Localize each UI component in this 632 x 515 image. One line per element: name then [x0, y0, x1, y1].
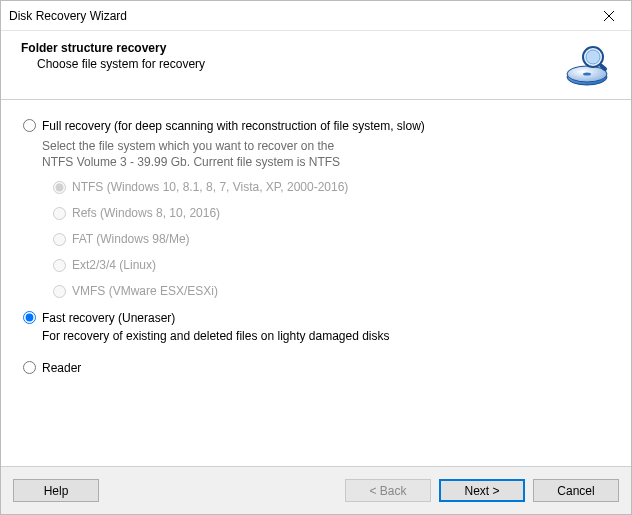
close-button[interactable]: [586, 1, 631, 30]
footer: Help < Back Next > Cancel: [1, 466, 631, 514]
option-full-recovery-text: Full recovery (for deep scanning with re…: [42, 118, 425, 134]
fs-ntfs-label: NTFS (Windows 10, 8.1, 8, 7, Vista, XP, …: [72, 180, 348, 194]
header-subtitle: Choose file system for recovery: [21, 57, 563, 71]
header-title: Folder structure recovery: [21, 41, 563, 55]
fs-option-ntfs: NTFS (Windows 10, 8.1, 8, 7, Vista, XP, …: [53, 180, 611, 194]
svg-point-6: [586, 50, 600, 64]
option-fast-recovery-label[interactable]: Fast recovery (Uneraser): [23, 310, 611, 326]
radio-refs[interactable]: [53, 207, 66, 220]
help-button[interactable]: Help: [13, 479, 99, 502]
full-recovery-desc-line1: Select the file system which you want to…: [42, 139, 334, 153]
content-area: Full recovery (for deep scanning with re…: [1, 100, 631, 466]
radio-vmfs[interactable]: [53, 285, 66, 298]
next-button[interactable]: Next >: [439, 479, 525, 502]
header-text: Folder structure recovery Choose file sy…: [15, 41, 563, 71]
fs-option-refs: Refs (Windows 8, 10, 2016): [53, 206, 611, 220]
full-recovery-desc-line2: NTFS Volume 3 - 39.99 Gb. Current file s…: [42, 155, 340, 169]
fs-vmfs-label: VMFS (VMware ESX/ESXi): [72, 284, 218, 298]
radio-ntfs[interactable]: [53, 181, 66, 194]
option-fast-recovery-text: Fast recovery (Uneraser): [42, 310, 175, 326]
option-full-recovery: Full recovery (for deep scanning with re…: [23, 118, 611, 298]
option-reader-text: Reader: [42, 360, 81, 376]
window-title: Disk Recovery Wizard: [9, 9, 586, 23]
fast-recovery-desc: For recovery of existing and deleted fil…: [23, 328, 611, 344]
svg-point-4: [583, 72, 591, 75]
fs-option-fat: FAT (Windows 98/Me): [53, 232, 611, 246]
full-recovery-desc: Select the file system which you want to…: [23, 138, 611, 170]
option-full-recovery-label[interactable]: Full recovery (for deep scanning with re…: [23, 118, 611, 134]
option-reader: Reader: [23, 360, 611, 376]
fs-ext-label: Ext2/3/4 (Linux): [72, 258, 156, 272]
wizard-header: Folder structure recovery Choose file sy…: [1, 31, 631, 100]
wizard-window: Disk Recovery Wizard Folder structure re…: [0, 0, 632, 515]
radio-fast-recovery[interactable]: [23, 311, 36, 324]
close-icon: [604, 11, 614, 21]
fs-option-ext: Ext2/3/4 (Linux): [53, 258, 611, 272]
back-button[interactable]: < Back: [345, 479, 431, 502]
cancel-button[interactable]: Cancel: [533, 479, 619, 502]
radio-reader[interactable]: [23, 361, 36, 374]
titlebar: Disk Recovery Wizard: [1, 1, 631, 31]
fs-fat-label: FAT (Windows 98/Me): [72, 232, 190, 246]
radio-fat[interactable]: [53, 233, 66, 246]
fs-option-vmfs: VMFS (VMware ESX/ESXi): [53, 284, 611, 298]
option-reader-label[interactable]: Reader: [23, 360, 611, 376]
option-fast-recovery: Fast recovery (Uneraser) For recovery of…: [23, 310, 611, 344]
radio-full-recovery[interactable]: [23, 119, 36, 132]
filesystem-options: NTFS (Windows 10, 8.1, 8, 7, Vista, XP, …: [23, 180, 611, 298]
fs-refs-label: Refs (Windows 8, 10, 2016): [72, 206, 220, 220]
radio-ext[interactable]: [53, 259, 66, 272]
disk-search-icon: [563, 41, 611, 89]
